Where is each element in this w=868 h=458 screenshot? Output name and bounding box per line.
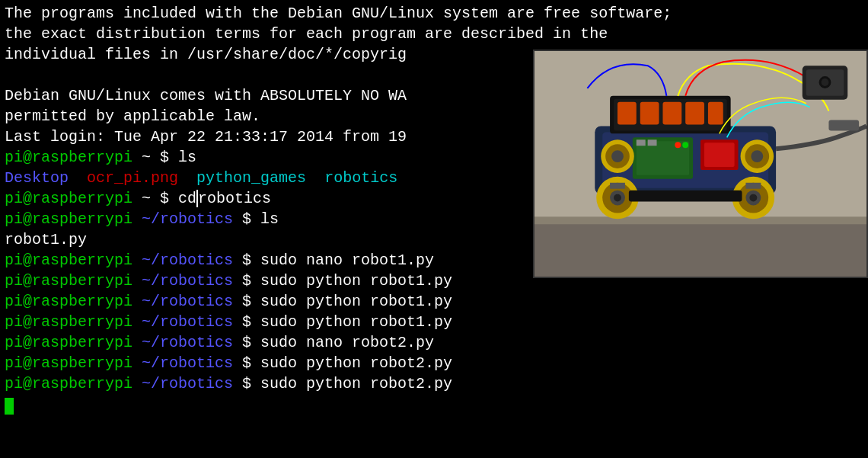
terminal-cursor [5, 398, 14, 415]
file-ocrpi: ocr_pi.png [87, 169, 178, 187]
prompt-command: sudo nano robot2.py [260, 334, 434, 351]
prompt-path: ~/robotics [132, 251, 242, 269]
svg-rect-19 [704, 143, 735, 167]
terminal-line: The programs included with the Debian GN… [5, 3, 863, 24]
prompt-command: sudo python robot1.py [260, 272, 452, 290]
svg-point-27 [614, 194, 621, 202]
dir-desktop: Desktop [5, 169, 69, 187]
prompt-user: pi@raspberrypi [5, 375, 132, 392]
prompt-path: ~/robotics [132, 272, 242, 290]
terminal-line: pi@raspberrypi ~/robotics $ sudo python … [5, 373, 863, 394]
svg-rect-11 [708, 102, 723, 125]
svg-rect-10 [685, 102, 704, 125]
svg-rect-38 [610, 183, 625, 189]
prompt-tilde: ~ [132, 149, 160, 166]
svg-rect-13 [637, 141, 689, 175]
svg-rect-41 [828, 120, 859, 131]
prompt-command: sudo python robot1.py [260, 313, 452, 331]
prompt-path: ~/robotics [132, 375, 242, 392]
prompt-user: pi@raspberrypi [5, 272, 132, 290]
prompt-user: pi@raspberrypi [5, 293, 132, 310]
svg-point-31 [749, 194, 757, 202]
prompt-user: pi@raspberrypi [5, 354, 132, 372]
prompt-command: cdrobotics [178, 190, 271, 207]
prompt-user: pi@raspberrypi [5, 149, 132, 166]
prompt-command: sudo python robot1.py [260, 293, 452, 310]
svg-rect-8 [640, 102, 659, 125]
svg-point-23 [822, 78, 829, 86]
svg-point-37 [751, 150, 763, 162]
terminal-line: pi@raspberrypi ~/robotics $ sudo nano ro… [5, 332, 863, 353]
terminal-window: The programs included with the Debian GN… [0, 0, 868, 458]
svg-rect-2 [535, 224, 866, 277]
prompt-path: ~/robotics [132, 210, 242, 228]
dir-pythongames: python_games [196, 169, 306, 187]
terminal-line: the exact distribution terms for each pr… [5, 24, 863, 44]
terminal-line: pi@raspberrypi ~/robotics $ sudo python … [5, 353, 863, 373]
prompt-command: sudo nano robot1.py [260, 251, 434, 269]
prompt-path: ~/robotics [132, 334, 242, 351]
svg-rect-39 [745, 183, 761, 189]
prompt-path: ~/robotics [132, 354, 242, 372]
terminal-line: pi@raspberrypi ~/robotics $ sudo python … [5, 291, 863, 312]
terminal-line: pi@raspberrypi ~/robotics $ sudo python … [5, 312, 863, 332]
prompt-user: pi@raspberrypi [5, 190, 132, 207]
robot-image-overlay [533, 50, 868, 278]
prompt-path: ~/robotics [132, 313, 242, 331]
svg-rect-14 [637, 139, 646, 146]
dir-robotics: robotics [324, 169, 397, 187]
svg-rect-40 [629, 191, 742, 202]
prompt-command: ls [260, 210, 279, 228]
prompt-user: pi@raspberrypi [5, 313, 132, 331]
prompt-dollar: $ [160, 149, 178, 166]
prompt-command: sudo python robot2.py [260, 375, 452, 392]
svg-rect-7 [617, 102, 637, 125]
svg-point-16 [675, 142, 681, 148]
prompt-user: pi@raspberrypi [5, 210, 132, 228]
terminal-cursor-line [5, 394, 863, 415]
prompt-path: ~/robotics [132, 293, 242, 310]
prompt-user: pi@raspberrypi [5, 334, 132, 351]
svg-point-17 [682, 142, 688, 148]
prompt-command: sudo python robot2.py [260, 354, 452, 372]
prompt-user: pi@raspberrypi [5, 251, 132, 269]
svg-rect-15 [648, 139, 657, 146]
svg-rect-9 [662, 102, 681, 125]
prompt-command: ls [178, 149, 196, 166]
robot-svg [535, 50, 866, 278]
svg-point-34 [611, 150, 624, 162]
